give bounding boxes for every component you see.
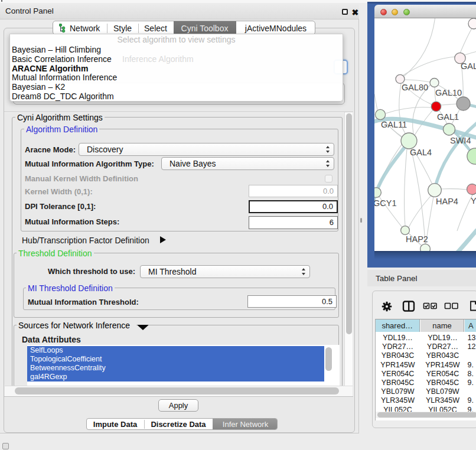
svg-text:GAL7: GAL7: [461, 61, 476, 71]
svg-text:GAL4: GAL4: [410, 148, 432, 157]
svg-text:YM: YM: [471, 196, 476, 206]
svg-text:GCY1: GCY1: [374, 198, 397, 208]
svg-text:GAL80: GAL80: [402, 83, 428, 92]
svg-text:GAL1: GAL1: [437, 112, 459, 122]
svg-text:SWI4: SWI4: [450, 136, 471, 145]
svg-text:HAP4: HAP4: [436, 197, 458, 206]
svg-text:GAL10: GAL10: [435, 88, 462, 97]
svg-text:HAP2: HAP2: [406, 234, 428, 244]
svg-text:GAL11: GAL11: [381, 120, 407, 129]
